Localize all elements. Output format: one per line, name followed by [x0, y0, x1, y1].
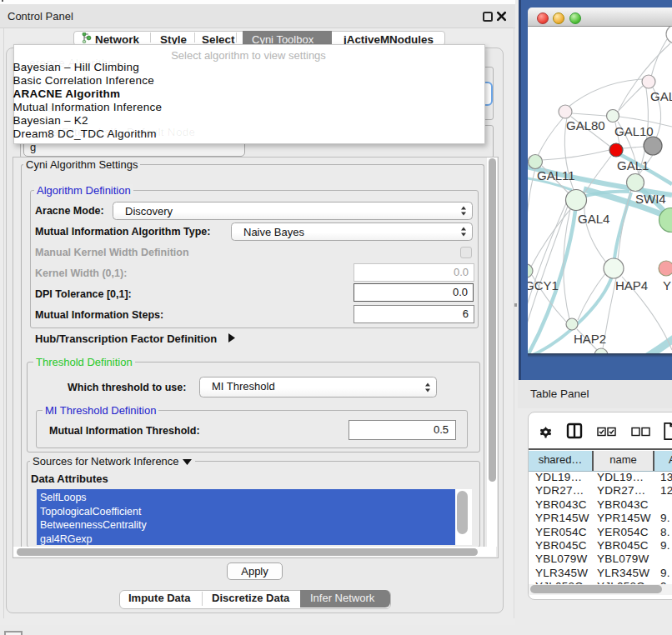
- svg-text:GAL1: GAL1: [617, 158, 649, 172]
- svg-text:GAL80: GAL80: [566, 118, 605, 132]
- svg-text:GAL11: GAL11: [537, 168, 575, 182]
- svg-text:GCY1: GCY1: [528, 278, 559, 292]
- svg-text:HAP4: HAP4: [615, 278, 648, 292]
- svg-text:Y: Y: [663, 278, 671, 292]
- svg-text:GAL4: GAL4: [578, 212, 609, 226]
- svg-text:GAL10: GAL10: [614, 124, 654, 138]
- svg-text:GAL7: GAL7: [650, 89, 672, 103]
- svg-text:HAP2: HAP2: [574, 332, 606, 346]
- svg-text:SWI4: SWI4: [635, 192, 666, 206]
